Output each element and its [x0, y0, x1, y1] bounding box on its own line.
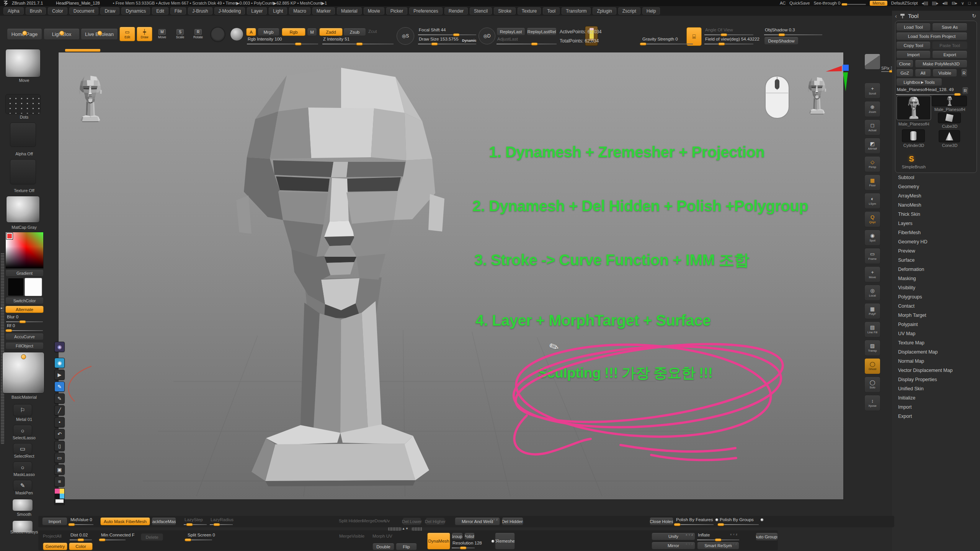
- rotate-mode-button[interactable]: RRotate: [190, 27, 206, 41]
- restore-button[interactable]: □: [968, 1, 971, 5]
- normal-map[interactable]: Normal Map: [893, 357, 978, 366]
- transp-button[interactable]: ▨Transp: [864, 340, 880, 356]
- gravity-strength-slider[interactable]: Gravity Strength 0: [642, 37, 693, 45]
- smooth-thumbnail[interactable]: [12, 499, 33, 511]
- backfacemask-button[interactable]: BackfaceMask: [152, 517, 176, 525]
- black-swatch[interactable]: [55, 494, 60, 499]
- undo-icon[interactable]: ↶: [54, 429, 65, 439]
- main-color-swatch[interactable]: [8, 278, 24, 296]
- menus-button[interactable]: Menus: [870, 1, 887, 6]
- polish-features-toggle[interactable]: [715, 518, 719, 522]
- polish-by-groups-slider[interactable]: Polish By Groups: [719, 517, 759, 526]
- aahalf-button[interactable]: ◩AAHalf: [864, 138, 880, 154]
- zadd-toggle[interactable]: Zadd: [319, 28, 343, 36]
- panel-resize-hatch[interactable]: [412, 527, 423, 531]
- brush[interactable]: Brush: [26, 7, 46, 15]
- delete-button[interactable]: Delete: [141, 533, 163, 541]
- texture-map[interactable]: Texture Map: [893, 338, 978, 347]
- mrgb-toggle[interactable]: Mrgb: [258, 28, 279, 36]
- projectall-button[interactable]: ProjectAll: [43, 534, 62, 538]
- pen-active-icon[interactable]: ✎: [54, 381, 65, 392]
- field-of-view-slider[interactable]: Field of view(deg) 54.43222: [704, 37, 753, 45]
- zcut-toggle[interactable]: Zcut: [368, 29, 377, 34]
- color-tab[interactable]: Color: [69, 543, 93, 550]
- alpha[interactable]: Alpha: [3, 7, 24, 15]
- replay-last-rel-button[interactable]: ReplayLastRel: [527, 28, 557, 36]
- yellow-swatch[interactable]: [60, 489, 65, 494]
- layers[interactable]: Layers: [893, 219, 978, 228]
- polyframe-button[interactable]: ▦PolyF: [864, 303, 880, 319]
- gradient-button[interactable]: Gradient: [5, 269, 44, 277]
- a-toggle[interactable]: A: [246, 28, 256, 36]
- move-brush-thumbnail[interactable]: [5, 49, 41, 77]
- pink-swatch[interactable]: [55, 489, 60, 494]
- polygroups[interactable]: Polygroups: [893, 292, 978, 302]
- mergedown-button[interactable]: MergeDown: [362, 518, 386, 523]
- marker[interactable]: Marker: [312, 7, 335, 15]
- midvalue-slider[interactable]: MidValue 0: [70, 517, 93, 526]
- eye-icon[interactable]: ◉: [54, 358, 65, 368]
- stroke-preview-icon[interactable]: [210, 27, 225, 42]
- layer[interactable]: Layer: [247, 7, 267, 15]
- display-properties[interactable]: Display Properties: [893, 375, 978, 384]
- stroke[interactable]: Stroke: [494, 7, 516, 15]
- cursor-icon[interactable]: ▶: [54, 370, 65, 380]
- zscript[interactable]: Zscript: [618, 7, 640, 15]
- zplugin[interactable]: Zplugin: [593, 7, 616, 15]
- polish-groups-toggle[interactable]: [760, 518, 764, 522]
- del-higher-button[interactable]: Del Higher: [426, 518, 445, 525]
- screen-icon[interactable]: ▭: [54, 453, 65, 463]
- document[interactable]: Document: [69, 7, 99, 15]
- panel-resize-hatch[interactable]: [388, 527, 401, 531]
- minimize-button[interactable]: ∨: [961, 1, 964, 6]
- draw[interactable]: Draw: [100, 7, 119, 15]
- pin-icon[interactable]: ◉: [54, 342, 65, 352]
- visibility[interactable]: Visibility: [893, 283, 978, 292]
- doc-preview-button[interactable]: [864, 54, 880, 70]
- draw-mode-button[interactable]: ┿Draw: [137, 27, 152, 41]
- angle-of-view-slider[interactable]: Angle Of View: [704, 28, 753, 36]
- arraymesh[interactable]: ArrayMesh: [893, 191, 978, 201]
- adjust-last-slider[interactable]: AdjustLast: [497, 37, 557, 45]
- texture[interactable]: Texture: [518, 7, 541, 15]
- thick-skin[interactable]: Thick Skin: [893, 210, 978, 219]
- quicksave-button[interactable]: QuickSave: [789, 1, 810, 5]
- zoom-button[interactable]: ⊕Zoom: [864, 101, 880, 117]
- image-icon[interactable]: ▣: [54, 465, 65, 475]
- uv-button[interactable]: Uv: [384, 518, 390, 523]
- actual-button[interactable]: ◻Actual: [864, 119, 880, 135]
- zremesher-button[interactable]: ZRemesher: [495, 533, 515, 549]
- smart-resym-button[interactable]: Smart ReSym: [697, 542, 739, 549]
- material-preview-icon[interactable]: [230, 28, 243, 41]
- polish-button[interactable]: Polish: [464, 533, 475, 540]
- picker[interactable]: Picker: [386, 7, 407, 15]
- material-thumbnail[interactable]: [2, 352, 44, 393]
- j-brush[interactable]: J-Brush: [188, 7, 212, 15]
- rgb-toggle[interactable]: Rgb: [282, 28, 305, 36]
- render[interactable]: Render: [444, 7, 468, 15]
- orientation-gizmo[interactable]: [825, 64, 849, 93]
- document-canvas[interactable]: 1. Dynamesh + Zremesher + Projection2. D…: [58, 52, 844, 500]
- dot-size-icon[interactable]: •: [54, 417, 65, 427]
- stroke-dots-thumbnail[interactable]: [5, 94, 41, 114]
- ruler-icon[interactable]: ╱: [54, 405, 65, 416]
- mergevisible-button[interactable]: MergeVisible: [339, 534, 364, 538]
- home-page-button[interactable]: Home Page: [7, 28, 42, 40]
- subtool[interactable]: Subtool: [893, 173, 978, 182]
- cyan-swatch[interactable]: [60, 494, 65, 499]
- lazystep-slider[interactable]: LazyStep: [184, 517, 207, 526]
- close-button[interactable]: ×: [975, 1, 977, 5]
- fibermesh[interactable]: FiberMesh: [893, 228, 978, 237]
- tray-arrows-right-icon[interactable]: ||||▸: [932, 1, 938, 6]
- macro[interactable]: Macro: [289, 7, 310, 15]
- mirror-button[interactable]: Mirror: [652, 542, 695, 549]
- pen-icon[interactable]: ✎: [54, 393, 65, 404]
- trash-icon[interactable]: ▯: [54, 441, 65, 451]
- scale-mode-button[interactable]: SScale: [172, 27, 188, 41]
- blur-slider[interactable]: Blur 0: [6, 315, 43, 323]
- persp-button[interactable]: ◇Persp: [864, 156, 880, 172]
- min-connected-slider[interactable]: Min Connected F: [100, 533, 126, 541]
- j-modeling[interactable]: J-Modeling: [214, 7, 245, 15]
- edit-mode-button[interactable]: ▭Edit: [119, 27, 135, 41]
- transform[interactable]: Transform: [562, 7, 591, 15]
